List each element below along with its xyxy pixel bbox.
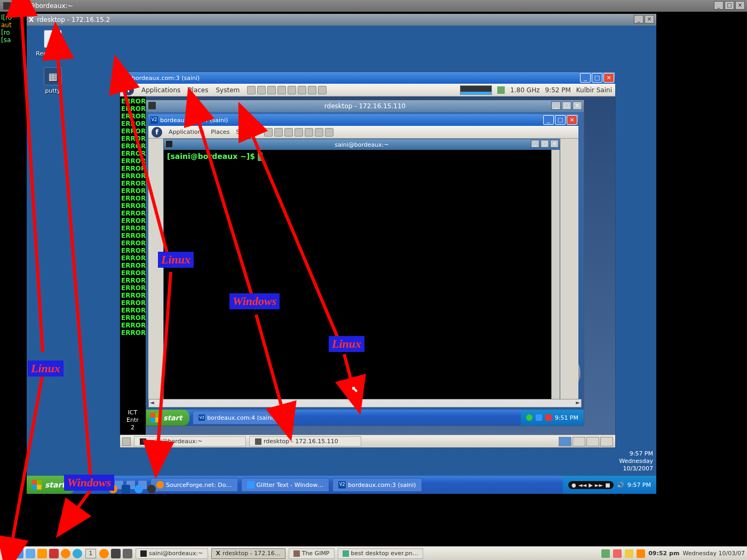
fedora-icon[interactable]: f	[152, 127, 162, 138]
minimize-button[interactable]: _	[531, 140, 539, 148]
system-menu[interactable]: System	[236, 129, 258, 135]
system-monitor-applet[interactable]	[460, 85, 492, 95]
taskbar-item[interactable]: Xrdesktop - 172.16…	[211, 548, 285, 559]
launcher-icon[interactable]	[257, 86, 266, 94]
tray-icon[interactable]	[545, 414, 552, 421]
taskbar-item[interactable]: best desktop ever.pn…	[338, 548, 424, 559]
firefox-icon[interactable]	[109, 485, 117, 493]
maximize-button[interactable]: □	[725, 1, 734, 10]
vnc-icon[interactable]	[122, 485, 130, 493]
panel-clock[interactable]: 9:52 PM	[545, 86, 570, 94]
launcher-icon[interactable]	[26, 549, 35, 558]
panel-launcher-tray[interactable]	[247, 86, 327, 94]
launcher-icon[interactable]	[298, 86, 306, 94]
taskbar-item[interactable]: The GIMP	[289, 548, 335, 559]
workspace-1[interactable]	[559, 437, 571, 446]
ql-icon[interactable]	[91, 480, 100, 490]
close-button[interactable]: ×	[735, 1, 745, 10]
workspace-switcher[interactable]	[559, 437, 613, 446]
tray-icon[interactable]	[637, 549, 645, 558]
gnome-bottom-panel[interactable]: saini@bordeaux:~ rdesktop - 172.16.15.11…	[120, 435, 615, 447]
launcher-icon[interactable]	[288, 86, 296, 94]
launcher-icon[interactable]	[267, 86, 276, 94]
tray-icon[interactable]	[613, 549, 622, 558]
vertical-scrollbar[interactable]	[551, 150, 560, 399]
recycle-bin-icon[interactable]: ♻ Recycle Bin	[34, 30, 71, 57]
tray-icon[interactable]	[625, 549, 633, 558]
launcher-icon[interactable]	[318, 86, 327, 94]
firefox-icon[interactable]	[99, 549, 109, 558]
taskbar-item[interactable]: saini@bordeaux:~	[136, 548, 208, 559]
panel-launcher-tray[interactable]	[264, 128, 333, 137]
media-controls[interactable]: ●◄◄▶►►■	[568, 481, 614, 489]
minimize-button[interactable]: _	[551, 101, 561, 110]
tray-icon[interactable]	[526, 414, 533, 421]
taskbar-item[interactable]: saini@bordeaux:~	[134, 436, 246, 446]
launcher-icon[interactable]	[2, 549, 12, 558]
launcher-icon[interactable]	[308, 86, 316, 94]
launcher-icon[interactable]	[305, 128, 313, 137]
vnc2-titlebar[interactable]: V2 bordeaux.com:4 (saini) _ □ ×	[148, 114, 578, 126]
launcher-icon[interactable]	[325, 128, 333, 137]
host-bottom-panel[interactable]: 1 saini@bordeaux:~ Xrdesktop - 172.16… T…	[0, 546, 747, 560]
ie-icon[interactable]	[134, 485, 143, 493]
applications-menu[interactable]: Applications	[169, 129, 204, 135]
x-icon[interactable]	[123, 549, 132, 558]
terminal-body[interactable]: [saini@bordeaux ~]$	[164, 150, 560, 163]
maximize-button[interactable]: □	[562, 101, 571, 110]
system-tray[interactable]: ●◄◄▶►►■ 🔊 9:57 PM	[563, 476, 656, 494]
places-menu[interactable]: Places	[211, 129, 229, 135]
firefox-icon[interactable]	[61, 549, 70, 558]
show-desktop-icon[interactable]	[122, 437, 131, 446]
x-icon[interactable]	[111, 549, 121, 558]
rdesktop-inner-titlebar[interactable]: rdesktop - 172.16.15.110 _ □ ×	[146, 100, 584, 112]
xp-taskbar-inner[interactable]: start V2bordeaux.com:4 (saini) 9:51 PM	[146, 410, 584, 426]
maximize-button[interactable]: □	[555, 115, 566, 125]
taskbar-item[interactable]: V2bordeaux.com:4 (saini)	[193, 411, 281, 425]
applications-menu[interactable]: Applications	[141, 86, 180, 94]
workspace-4[interactable]	[600, 437, 613, 446]
launcher-icon[interactable]	[49, 549, 59, 558]
user-menu[interactable]: Kulbir Saini	[576, 86, 612, 94]
taskbar-item[interactable]: V2bordeaux.com:3 (saini)	[332, 478, 422, 492]
tray-icon[interactable]: 🔊	[617, 482, 624, 489]
close-button[interactable]: ×	[573, 101, 582, 110]
minimize-button[interactable]: _	[634, 15, 643, 23]
tray-icon[interactable]	[536, 414, 542, 421]
vnc1-titlebar[interactable]: V2 bordeaux.com:3 (saini) _ □ ×	[120, 72, 615, 84]
maximize-button[interactable]: □	[592, 73, 602, 83]
launcher-icon[interactable]	[284, 128, 293, 137]
taskbar-item[interactable]: Glitter Text - Window…	[241, 478, 330, 492]
system-tray[interactable]: 9:51 PM	[521, 410, 584, 426]
close-button[interactable]: ×	[603, 73, 614, 83]
workspace-indicator[interactable]: 1	[85, 549, 96, 558]
app-icon[interactable]	[147, 485, 156, 493]
minimize-button[interactable]: _	[714, 1, 724, 10]
rdesktop-outer-titlebar[interactable]: X rdesktop - 172.16.15.2 _ ×	[27, 14, 656, 26]
launcher-icon[interactable]	[37, 549, 47, 558]
minimize-button[interactable]: _	[580, 73, 591, 83]
launcher-icon[interactable]	[247, 86, 256, 94]
gnome-top-panel-inner[interactable]: f Applications Places System	[148, 126, 578, 139]
start-button[interactable]: start	[27, 476, 75, 494]
workspace-3[interactable]	[586, 437, 599, 446]
system-menu[interactable]: System	[216, 86, 240, 94]
horizontal-scrollbar[interactable]	[148, 399, 582, 407]
ql-icon[interactable]	[79, 480, 89, 490]
workspace-2[interactable]	[573, 437, 585, 446]
panel-clock[interactable]: 09:52 pm	[648, 550, 679, 557]
panel-launchers[interactable]	[2, 549, 82, 558]
launcher-icon[interactable]	[295, 128, 303, 137]
launcher-icon[interactable]	[315, 128, 323, 137]
tray-icon[interactable]	[601, 549, 610, 558]
taskbar-item[interactable]: rdesktop - 172.16.15.110	[249, 436, 361, 446]
host-titlebar[interactable]: saini@bordeaux:~ _ □ ×	[0, 0, 747, 12]
launcher-icon[interactable]	[73, 549, 82, 558]
close-button[interactable]: ×	[550, 140, 559, 148]
places-menu[interactable]: Places	[188, 86, 208, 94]
maximize-button[interactable]: □	[541, 140, 549, 148]
quick-launch-row2[interactable]	[109, 484, 156, 494]
close-button[interactable]: ×	[645, 15, 654, 23]
launcher-icon[interactable]	[264, 128, 273, 137]
launcher-icon[interactable]	[277, 86, 286, 94]
